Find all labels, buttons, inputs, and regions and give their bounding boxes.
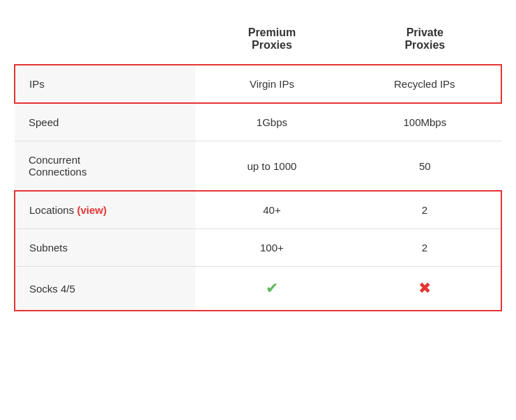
header-private-proxies: Private Proxies [349,14,501,65]
table-row-socks: Socks 4/5 ✔ ✖ [15,267,501,311]
premium-locations-value: 40+ [195,191,348,229]
cross-icon: ✖ [418,279,431,297]
private-speed-value: 100Mbps [349,103,501,141]
check-icon: ✔ [266,279,278,297]
table-row-speed: Speed 1Gbps 100Mbps [15,103,501,141]
table-row-ips: IPs Virgin IPs Recycled IPs [15,65,501,103]
premium-ips-value: Virgin IPs [195,65,348,103]
private-socks-value: ✖ [349,267,501,311]
table-row-locations: Locations (view) 40+ 2 [15,191,501,229]
premium-subnets-value: 100+ [195,229,348,267]
comparison-table: Premium Proxies Private Proxies IPs Virg… [14,14,502,311]
premium-socks-value: ✔ [195,267,348,311]
feature-label-socks: Socks 4/5 [15,267,195,311]
feature-label-subnets: Subnets [15,229,195,267]
private-concurrent-value: 50 [349,141,501,192]
premium-speed-value: 1Gbps [195,103,348,141]
feature-label-ips: IPs [15,65,195,103]
feature-label-locations: Locations (view) [15,191,195,229]
table-row-concurrent: Concurrent Connections up to 1000 50 [15,141,501,192]
table-row-subnets: Subnets 100+ 2 [15,229,501,267]
view-link[interactable]: (view) [77,204,107,216]
header-feature-col [15,14,195,65]
private-subnets-value: 2 [349,229,501,267]
feature-label-concurrent: Concurrent Connections [15,141,195,192]
private-ips-value: Recycled IPs [349,65,501,103]
feature-label-speed: Speed [15,103,195,141]
header-premium-proxies: Premium Proxies [195,14,348,65]
private-locations-value: 2 [349,191,501,229]
premium-concurrent-value: up to 1000 [195,141,348,192]
